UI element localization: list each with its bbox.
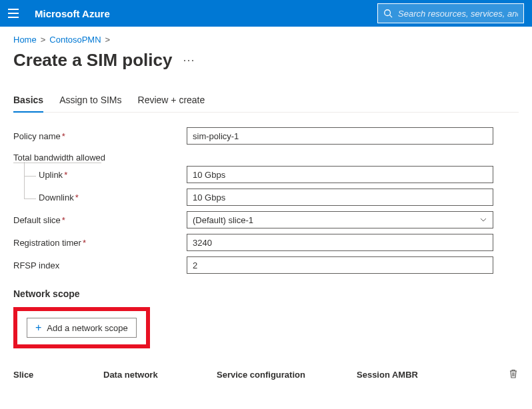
highlight-rectangle: + Add a network scope — [13, 307, 150, 348]
policy-name-label: Policy name* — [13, 127, 187, 145]
rfsp-index-input[interactable] — [187, 256, 493, 274]
hamburger-menu-icon[interactable] — [8, 7, 21, 20]
breadcrumb-home[interactable]: Home — [13, 35, 37, 45]
more-actions-icon[interactable]: ··· — [183, 53, 195, 67]
uplink-input[interactable] — [187, 166, 493, 183]
page-title: Create a SIM policy — [13, 50, 172, 71]
top-bar: Microsoft Azure — [0, 0, 532, 27]
tab-review-create[interactable]: Review + create — [138, 89, 205, 112]
brand-label: Microsoft Azure — [35, 8, 110, 19]
registration-timer-input[interactable] — [187, 234, 493, 251]
column-service-config: Service configuration — [217, 370, 357, 380]
plus-icon: + — [35, 322, 41, 333]
uplink-label: Uplink* — [13, 166, 187, 184]
svg-line-1 — [390, 15, 393, 18]
default-slice-label: Default slice* — [13, 211, 187, 229]
downlink-input[interactable] — [187, 189, 493, 206]
column-session-ambr: Session AMBR — [357, 370, 499, 380]
tabs: Basics Assign to SIMs Review + create — [13, 89, 519, 113]
breadcrumb-parent[interactable]: ContosoPMN — [49, 35, 101, 45]
bandwidth-group-label: Total bandwidth allowed — [13, 149, 519, 165]
default-slice-value: (Default) slice-1 — [193, 215, 253, 225]
global-search[interactable] — [377, 3, 524, 23]
svg-point-0 — [385, 10, 391, 16]
add-network-scope-label: Add a network scope — [47, 323, 127, 333]
chevron-down-icon — [479, 216, 487, 224]
breadcrumb-separator: > — [105, 35, 111, 45]
trash-icon[interactable] — [508, 368, 519, 379]
column-slice: Slice — [13, 370, 103, 380]
column-data-network: Data network — [103, 370, 217, 380]
default-slice-select[interactable]: (Default) slice-1 — [187, 211, 493, 228]
add-network-scope-button[interactable]: + Add a network scope — [27, 318, 137, 338]
policy-name-input[interactable] — [187, 127, 493, 145]
rfsp-index-label: RFSP index — [13, 256, 187, 274]
network-scope-title: Network scope — [13, 288, 519, 299]
registration-timer-label: Registration timer* — [13, 234, 187, 252]
breadcrumb-separator: > — [41, 35, 46, 45]
tab-assign-to-sims[interactable]: Assign to SIMs — [59, 89, 121, 112]
network-scope-columns: Slice Data network Service configuration… — [13, 362, 519, 388]
downlink-label: Downlink* — [13, 189, 187, 206]
search-input[interactable] — [398, 9, 518, 19]
tab-basics[interactable]: Basics — [13, 89, 43, 112]
breadcrumb: Home > ContosoPMN > — [13, 35, 519, 45]
search-icon — [383, 9, 393, 18]
